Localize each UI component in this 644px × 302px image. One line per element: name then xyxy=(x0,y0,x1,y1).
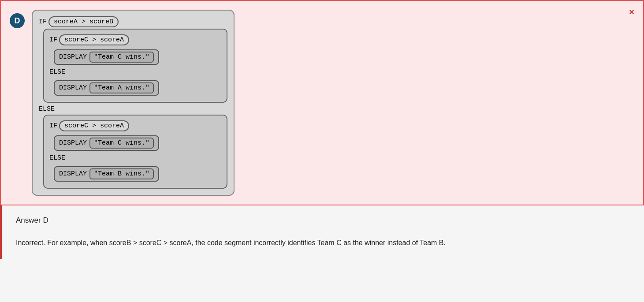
inner-if-block-2: IF scoreC > scoreA DISPLAY "Team C wins.… xyxy=(43,115,227,189)
display-keyword-c1: DISPLAY xyxy=(59,53,87,61)
display-value-team-c-2: "Team C wins." xyxy=(89,138,154,149)
outer-else-label: ELSE xyxy=(39,105,227,113)
display-team-b-line: DISPLAY "Team B wins." xyxy=(49,166,221,182)
else-label-1: ELSE xyxy=(49,68,221,76)
outer-if-condition-line: IF scoreA > scoreB xyxy=(39,16,227,27)
display-team-c-1-line: DISPLAY "Team C wins." xyxy=(49,49,221,65)
code-container: IF scoreA > scoreB IF scoreC > scoreA DI… xyxy=(32,10,235,196)
display-team-c-2-line: DISPLAY "Team C wins." xyxy=(49,135,221,151)
display-value-team-b: "Team B wins." xyxy=(89,168,154,179)
d-badge: D xyxy=(10,13,25,28)
display-box-team-a: DISPLAY "Team A wins." xyxy=(54,80,159,96)
inner-if-condition-line-2: IF scoreC > scoreA xyxy=(49,120,221,131)
display-box-team-b: DISPLAY "Team B wins." xyxy=(54,166,159,182)
top-section: D IF scoreA > scoreB IF scoreC > scoreA xyxy=(0,0,644,205)
display-keyword-c2: DISPLAY xyxy=(59,139,87,147)
close-icon: × xyxy=(629,7,634,17)
display-value-team-c-1: "Team C wins." xyxy=(89,52,154,63)
display-keyword-a: DISPLAY xyxy=(59,84,87,92)
inner-if-condition-2: scoreC > scoreA xyxy=(59,120,129,131)
answer-block: Answer D Incorrect. For example, when sc… xyxy=(0,205,644,259)
display-team-a-line: DISPLAY "Team A wins." xyxy=(49,80,221,96)
bottom-section: Answer D Incorrect. For example, when sc… xyxy=(0,205,644,302)
display-box-team-c-2: DISPLAY "Team C wins." xyxy=(54,135,159,151)
else-label-2: ELSE xyxy=(49,154,221,162)
badge-label: D xyxy=(15,16,20,26)
outer-if-condition: scoreA > scoreB xyxy=(48,16,119,27)
display-value-team-a: "Team A wins." xyxy=(89,82,154,93)
if-keyword-inner1: IF xyxy=(49,36,57,44)
if-keyword-inner2: IF xyxy=(49,122,57,130)
outer-if-block: IF scoreA > scoreB IF scoreC > scoreA DI… xyxy=(32,10,235,196)
explanation-text: Incorrect. For example, when scoreB > sc… xyxy=(16,237,630,249)
display-box-team-c-1: DISPLAY "Team C wins." xyxy=(54,49,159,65)
display-keyword-b: DISPLAY xyxy=(59,170,87,178)
inner-if-condition-line-1: IF scoreC > scoreA xyxy=(49,34,221,45)
close-button[interactable]: × xyxy=(629,7,634,17)
inner-if-condition-1: scoreC > scoreA xyxy=(59,34,129,45)
inner-if-block-1: IF scoreC > scoreA DISPLAY "Team C wins.… xyxy=(43,29,227,103)
if-keyword-outer: IF xyxy=(39,18,47,26)
answer-label: Answer D xyxy=(16,216,630,225)
